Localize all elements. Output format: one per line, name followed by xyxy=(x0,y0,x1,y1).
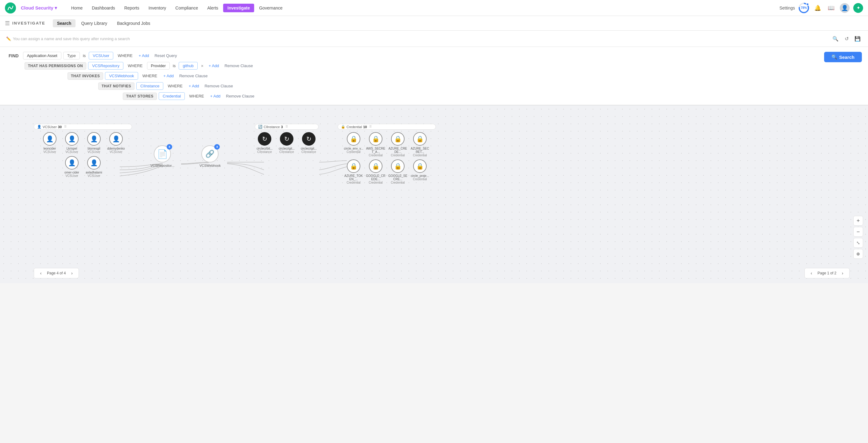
remove-clause-1[interactable]: Remove Clause xyxy=(222,62,255,69)
node-ddemydenko[interactable]: 👤 ddemydenko VCSUser xyxy=(106,132,126,154)
prev-page-left[interactable]: ‹ xyxy=(37,270,44,277)
reset-query-btn[interactable]: Reset Query xyxy=(153,52,179,59)
search-icon-btn[interactable]: 🔍 xyxy=(831,34,840,43)
docs-button[interactable]: 📖 xyxy=(826,3,836,13)
credential-group: 🔒 Credential 10 ⠿ 🔒 circle_env_v... Cred… xyxy=(338,124,436,184)
target-2[interactable]: VCSWebhook xyxy=(105,72,138,80)
next-page-right[interactable]: › xyxy=(839,270,846,277)
notifications-button[interactable]: 🔔 xyxy=(813,3,823,13)
query-actions: 🔍 ↺ 💾 xyxy=(831,34,862,43)
target-4[interactable]: Credential xyxy=(159,92,185,100)
drag-handle-ci[interactable]: ⠿ xyxy=(285,125,288,129)
node-leoncider[interactable]: 👤 leoncider VCSUser xyxy=(40,132,60,154)
remove-clause-3[interactable]: Remove Clause xyxy=(203,82,235,90)
node-cred-1[interactable]: 🔒 circle_env_v... Credential xyxy=(344,132,363,157)
zoom-out-btn[interactable]: − xyxy=(853,227,863,237)
node-cred-5[interactable]: 🔒 AZURE_TOKEN_... Credential xyxy=(344,160,363,184)
node-cred-7[interactable]: 🔒 GOOGLE_SECRE... Credential xyxy=(388,160,408,184)
node-circleci-1[interactable]: ↻ circleci/bit... CIInstance xyxy=(255,132,274,154)
tab-search[interactable]: Search xyxy=(53,19,76,27)
undo-button[interactable]: ↺ xyxy=(842,34,851,43)
query-hint-text: ✏️ You can assign a name and save this q… xyxy=(6,36,130,41)
user-group-icon: 👤 xyxy=(37,125,41,129)
vcsrepository-count: 8 xyxy=(167,144,172,149)
filter-key-1[interactable]: Provider xyxy=(147,62,170,70)
remove-clause-4[interactable]: Remove Clause xyxy=(224,93,256,100)
asset-type-chip[interactable]: VCSUser xyxy=(89,52,113,60)
sub-nav-tabs: Search Query Library Background Jobs xyxy=(53,19,155,27)
add-filter-2[interactable]: + Add xyxy=(161,72,176,79)
add-filter-3[interactable]: + Add xyxy=(187,82,201,90)
remove-filter-1[interactable]: × xyxy=(199,63,205,69)
nav-governance[interactable]: Governance xyxy=(255,4,287,12)
relation-2: THAT INVOKES xyxy=(67,72,103,80)
nav-inventory[interactable]: Inventory xyxy=(144,4,170,12)
nav-dashboards[interactable]: Dashboards xyxy=(88,4,119,12)
vcsrepository-node[interactable]: 📄 8 VCSRepositor... xyxy=(150,145,174,167)
recenter-btn[interactable]: ⊕ xyxy=(853,249,863,259)
tab-background-jobs[interactable]: Background Jobs xyxy=(113,19,154,27)
zoom-in-btn[interactable]: + xyxy=(853,216,863,226)
remove-clause-2[interactable]: Remove Clause xyxy=(177,72,210,79)
user-avatar[interactable]: 👤 xyxy=(840,3,849,13)
prev-page-right[interactable]: ‹ xyxy=(808,270,815,277)
drag-handle[interactable]: ⠿ xyxy=(64,125,67,129)
user-icon: 👤 xyxy=(90,159,98,167)
node-avladhalami[interactable]: 👤 avladhalami VCSUser xyxy=(84,156,104,177)
next-page-left[interactable]: › xyxy=(68,270,75,277)
add-filter-4[interactable]: + Add xyxy=(208,93,222,100)
node-circleci-3[interactable]: ↻ circleci/git... CIInstance xyxy=(299,132,319,154)
node-circleci-2[interactable]: ↻ circleci/git... CIInstance xyxy=(277,132,297,154)
credential-nodes: 🔒 circle_env_v... Credential 🔒 AWS_SECRE… xyxy=(338,132,436,184)
filter-val-1[interactable]: github xyxy=(179,62,197,70)
target-3[interactable]: CIInstance xyxy=(136,82,163,90)
query-clause-2: THAT INVOKES VCSWebhook WHERE + Add Remo… xyxy=(6,72,824,80)
nav-compliance[interactable]: Compliance xyxy=(171,4,202,12)
lock-icon: 🔒 xyxy=(372,163,380,170)
target-1[interactable]: VCSRepository xyxy=(88,62,123,70)
node-cred-2[interactable]: 🔒 AWS_SECRET_A... Credential xyxy=(366,132,385,157)
bell-icon: 🔔 xyxy=(814,5,821,11)
zoom-controls: + − ⤡ ⊕ xyxy=(853,216,863,259)
query-clause-3: THAT NOTIFIES CIInstance WHERE + Add Rem… xyxy=(6,82,824,90)
where-label: WHERE xyxy=(115,52,135,59)
is-label: is xyxy=(82,52,87,59)
search-button[interactable]: 🔍 Search xyxy=(824,52,862,62)
pagination-left: ‹ Page 4 of 4 › xyxy=(34,268,79,278)
node-btorresgil[interactable]: 👤 btorresgil VCSUser xyxy=(84,132,104,154)
node-cred-4[interactable]: 🔒 AZURE_SECRET... Credential xyxy=(410,132,430,157)
node-cred-6[interactable]: 🔒 GOOGLE_CREDE... Credential xyxy=(366,160,385,184)
nav-home[interactable]: Home xyxy=(67,4,87,12)
credential-group-icon: 🔒 xyxy=(341,125,345,129)
drag-handle-cred[interactable]: ⠿ xyxy=(369,125,372,129)
app-logo[interactable] xyxy=(5,2,16,13)
node-omer-cider[interactable]: 👤 omer-cider VCSUser xyxy=(62,156,82,177)
vcsuser-group: 👤 VCSUser 30 ⠿ 👤 leoncider VCSUser 👤 Lkr… xyxy=(34,124,132,177)
user-icon: 👤 xyxy=(68,159,76,167)
node-cred-8[interactable]: 🔒 circle_proje... Credential xyxy=(410,160,430,184)
nav-reports[interactable]: Reports xyxy=(120,4,144,12)
asset-chip[interactable]: Application Asset xyxy=(23,52,61,60)
settings-button[interactable]: Settings xyxy=(779,5,795,10)
where-3: WHERE xyxy=(165,82,185,90)
progress-indicator[interactable]: 78% xyxy=(799,3,809,13)
pagination-right: ‹ Page 1 of 2 › xyxy=(804,268,849,278)
book-icon: 📖 xyxy=(828,5,835,11)
vcsuser-nodes: 👤 leoncider VCSUser 👤 Lkrispel VCSUser 👤… xyxy=(34,132,132,177)
orca-assistant[interactable]: ✦ xyxy=(853,3,863,13)
where-1: WHERE xyxy=(125,62,145,69)
save-button[interactable]: 💾 xyxy=(853,34,862,43)
nav-investigate[interactable]: Investigate xyxy=(223,4,254,12)
add-filter-1[interactable]: + Add xyxy=(207,62,221,69)
investigate-icon[interactable]: ☰ xyxy=(5,20,10,27)
vcsuser-group-header: 👤 VCSUser 30 ⠿ xyxy=(34,124,132,130)
relation-3: THAT NOTIFIES xyxy=(98,82,134,90)
nav-alerts[interactable]: Alerts xyxy=(203,4,222,12)
node-cred-3[interactable]: 🔒 AZURE_CREDE... Credential xyxy=(388,132,408,157)
vcswebhook-node[interactable]: 🔗 8 VCSWebhook xyxy=(199,145,221,167)
cloud-security-menu[interactable]: Cloud Security ▾ xyxy=(19,4,61,12)
add-clause-btn[interactable]: + Add xyxy=(137,52,151,59)
tab-query-library[interactable]: Query Library xyxy=(77,19,112,27)
node-lkrispel[interactable]: 👤 Lkrispel VCSUser xyxy=(62,132,82,154)
fit-view-btn[interactable]: ⤡ xyxy=(853,238,863,248)
